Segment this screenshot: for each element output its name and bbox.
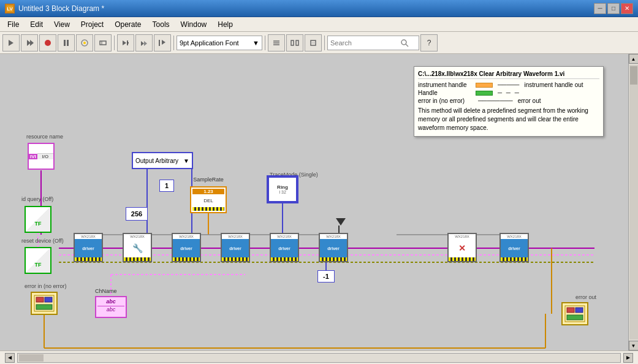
svg-marker-15	[141, 41, 144, 46]
wx4-stripe	[222, 257, 249, 261]
menu-view[interactable]: View	[49, 19, 75, 30]
svg-marker-16	[144, 41, 147, 46]
reset-device-block: TF	[25, 247, 51, 274]
wx6-stripe	[320, 257, 347, 261]
id-query-block: TF	[25, 206, 51, 233]
svg-rect-7	[67, 40, 69, 46]
svg-rect-58	[36, 305, 52, 309]
instrument-handle-wire-icon	[476, 83, 493, 88]
scroll-up-button[interactable]: ▲	[629, 54, 639, 64]
wx-block-4: WX218X driver	[221, 233, 250, 262]
scroll-left-button[interactable]: ◀	[5, 353, 15, 363]
wx2-icon: 🔧	[124, 239, 151, 257]
svg-rect-62	[567, 315, 583, 320]
resize-button[interactable]	[305, 34, 322, 51]
canvas-area[interactable]: C:\...218x.llb\wx218x Clear Arbitrary Wa…	[0, 54, 628, 351]
svg-rect-60	[567, 308, 574, 313]
svg-rect-57	[45, 297, 52, 302]
scroll-thumb-h[interactable]	[19, 354, 44, 362]
svg-point-26	[401, 40, 406, 45]
highlight-button[interactable]	[76, 34, 93, 51]
scroll-right-button[interactable]: ▶	[623, 353, 633, 363]
output-arb-selector[interactable]: Output Arbitrary ▼	[132, 152, 193, 169]
output-arb-arrow: ▼	[183, 157, 189, 164]
search-box[interactable]	[327, 36, 419, 50]
wx5-label: WX218X	[271, 234, 298, 239]
context-title: C:\...218x.llb\wx218x Clear Arbitrary Wa…	[418, 70, 599, 79]
maximize-button[interactable]: □	[607, 3, 620, 14]
search-icon	[400, 39, 409, 47]
toolbar-separator-3	[265, 36, 265, 50]
distribute-button[interactable]	[286, 34, 303, 51]
pause-button[interactable]	[58, 34, 75, 51]
window-title: Untitled 3 Block Diagram *	[18, 4, 104, 13]
align-button[interactable]	[268, 34, 285, 51]
menu-bar: File Edit View Project Operate Tools Win…	[0, 17, 638, 32]
menu-help[interactable]: Help	[213, 19, 238, 30]
menu-window[interactable]: Window	[176, 19, 212, 30]
ivi-block: IVI I/O	[28, 143, 55, 170]
error-out-icon	[564, 305, 586, 323]
step-into-button[interactable]	[117, 34, 134, 51]
search-input[interactable]	[330, 39, 398, 47]
menu-file[interactable]: File	[2, 19, 24, 30]
wx4-driver: driver	[222, 239, 249, 257]
run-continuously-button[interactable]	[21, 34, 38, 51]
menu-tools[interactable]: Tools	[148, 19, 175, 30]
handle-wire-icon	[476, 91, 493, 96]
minimize-button[interactable]: ─	[594, 3, 606, 14]
menu-project[interactable]: Project	[76, 19, 108, 30]
del-label: DEL	[203, 198, 213, 203]
context-description: This method will delete a predefined seg…	[418, 107, 599, 132]
error-in-block	[31, 292, 58, 315]
abort-button[interactable]	[39, 34, 56, 51]
wx8-driver: driver	[501, 239, 528, 257]
app-icon: LV	[5, 4, 15, 13]
close-button[interactable]: ✕	[621, 3, 633, 14]
context-box: C:\...218x.llb\wx218x Clear Arbitrary Wa…	[414, 66, 604, 137]
wx2-label: WX218X	[124, 234, 151, 239]
context-row-handle: Handle ─ ─ ─	[418, 89, 599, 96]
run-button[interactable]	[2, 34, 20, 51]
error-out-label: error out	[575, 294, 596, 300]
svg-marker-4	[30, 40, 34, 46]
wx6-driver: driver	[320, 239, 347, 257]
title-controls: ─ □ ✕	[594, 3, 633, 14]
wx1-stripe	[75, 257, 102, 261]
ivi-label: IVI	[29, 154, 37, 159]
wx-block-1: WX218X driver	[74, 233, 103, 262]
abc-bottom: abc	[97, 306, 124, 313]
svg-rect-10	[100, 41, 106, 45]
123-label: 1.23	[192, 189, 224, 194]
svg-rect-22	[291, 40, 294, 45]
font-selector[interactable]: 9pt Application Font ▼	[177, 36, 262, 50]
svg-marker-12	[123, 40, 126, 45]
main-container: C:\...218x.llb\wx218x Clear Arbitrary Wa…	[0, 54, 638, 351]
step-over-button[interactable]	[135, 34, 153, 51]
step-out-button[interactable]	[154, 34, 171, 51]
scroll-down-button[interactable]: ▼	[629, 341, 639, 351]
constant-256: 256	[126, 207, 148, 221]
abc-top: abc	[106, 298, 116, 305]
wx7-icon: ✕	[449, 239, 476, 257]
wx-block-6: WX218X driver	[319, 233, 348, 262]
scroll-thumb-v[interactable]	[630, 66, 637, 85]
wx3-driver: driver	[173, 239, 200, 257]
help-button[interactable]: ?	[420, 34, 438, 51]
svg-point-9	[83, 42, 86, 44]
svg-marker-2	[9, 40, 13, 46]
menu-operate[interactable]: Operate	[110, 19, 146, 30]
context-output-error: error out	[518, 97, 541, 104]
id-query-label: id query (Off)	[21, 196, 53, 202]
wx-block-2: WX218X 🔧	[123, 233, 152, 262]
ring-block: Ring I 32	[267, 175, 298, 203]
retain-wire-values-button[interactable]	[94, 34, 112, 51]
menu-edit[interactable]: Edit	[25, 19, 48, 30]
svg-line-27	[406, 44, 408, 47]
status-bar: ◀ ▶	[0, 351, 638, 364]
scrollbar-horizontal[interactable]	[17, 353, 621, 363]
wx2-stripe	[124, 257, 151, 261]
scrollbar-vertical[interactable]: ▲ ▼	[628, 54, 638, 351]
scroll-track-v[interactable]	[629, 65, 638, 339]
constant-1: 1	[159, 180, 174, 192]
